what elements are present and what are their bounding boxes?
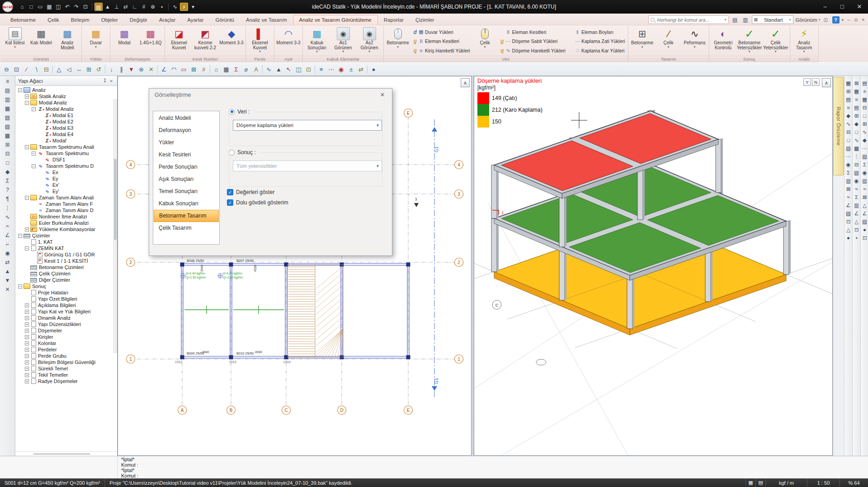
tool-icon[interactable]: ⊠ <box>844 185 852 193</box>
tool-icon[interactable]: □ <box>853 128 860 136</box>
collapse-icon[interactable]: − <box>32 107 36 111</box>
page-setup-icon[interactable]: ▤ <box>731 16 739 24</box>
ribbon-button-betonarme-yetersizlikler[interactable]: ✓Betonarme Yetersizlikler▾ <box>736 27 763 56</box>
tool-icon[interactable]: ≡ <box>2 77 13 86</box>
tool-icon[interactable]: ≡ <box>844 104 852 112</box>
sonuc-combobox[interactable]: Tüm yetersizlikler ▼ <box>233 161 382 171</box>
tool-icon[interactable]: ▨ <box>844 209 852 217</box>
tool-icon[interactable]: ⊞ <box>84 65 94 74</box>
tree-item[interactable]: +Yapı Düzensizlikleri <box>15 321 117 327</box>
qat-icon[interactable]: ⊕ <box>149 3 157 11</box>
tool-icon[interactable]: ⇄ <box>356 65 366 74</box>
tree-item[interactable]: +Dinamik Analiz <box>15 315 117 321</box>
tree-item[interactable]: +Statik Analiz <box>15 93 117 99</box>
tree-item[interactable]: +Kolonlar <box>15 340 117 346</box>
expand-icon[interactable]: + <box>25 303 29 307</box>
tool-icon[interactable]: ▦ <box>2 104 13 113</box>
tool-icon[interactable]: ⌐ <box>2 240 13 249</box>
tool-icon[interactable]: ▭ <box>179 65 189 74</box>
tree-item[interactable]: −ΣModal E3 <box>15 125 117 131</box>
tool-icon[interactable]: ◉ <box>844 161 852 169</box>
tool-icon[interactable]: ▧ <box>853 169 860 177</box>
ribbon-button--elik[interactable]: ∕Çelik▾ <box>656 27 682 56</box>
ribbon-button-kat-model[interactable]: ▦Katı Model <box>28 27 54 56</box>
collapse-icon[interactable]: − <box>25 246 29 251</box>
tool-icon[interactable]: ∠ <box>861 209 868 217</box>
close-button[interactable]: ✕ <box>851 0 868 14</box>
tool-icon[interactable]: ⊖ <box>2 65 11 74</box>
tree-item[interactable]: −ΣModal E1 <box>15 112 117 118</box>
tool-icon[interactable]: ▧ <box>2 113 13 122</box>
tool-icon[interactable]: ≡ <box>853 95 860 104</box>
tool-icon[interactable]: ∥ <box>117 65 126 74</box>
tool-icon[interactable]: ∿ <box>844 120 852 128</box>
tab--elik[interactable]: Çelik <box>42 15 65 25</box>
dialog-titlebar[interactable]: Görselleştirme ✕ <box>149 89 392 101</box>
ribbon-button--elik-yetersizlikler[interactable]: ✓Çelik Yetersizlikler▾ <box>763 27 789 56</box>
tool-icon[interactable]: ⊡ <box>853 226 860 234</box>
tool-icon[interactable]: ∿ <box>264 65 274 74</box>
view-control-button[interactable]: Y <box>803 78 811 86</box>
tab--izimler[interactable]: Çizimler <box>410 15 440 25</box>
tool-icon[interactable]: ≈ <box>853 185 860 193</box>
tool-icon[interactable]: ✕ <box>2 285 13 294</box>
tree-hscrollbar[interactable] <box>15 451 117 456</box>
ribbon-button-peformans[interactable]: ∿Peformans▾ <box>682 27 708 56</box>
tree-item[interactable]: −ΣModal Analiz <box>15 106 117 112</box>
ribbon-button-modal[interactable]: ▦Modal <box>111 27 137 56</box>
search-input[interactable] <box>656 17 723 23</box>
ribbon-small-item[interactable]: ‖Eleman Boyları <box>569 28 625 36</box>
tool-icon[interactable]: ? <box>2 186 13 194</box>
tree-item[interactable]: −ΣModal E2 <box>15 118 117 125</box>
tool-icon[interactable]: ↖ <box>284 65 293 74</box>
degerleri-goster-checkbox[interactable]: ✓ <box>227 189 233 195</box>
tool-icon[interactable]: Σ <box>853 193 860 201</box>
tool-icon[interactable]: ▪ <box>853 234 860 242</box>
close-icon[interactable]: × <box>108 78 114 84</box>
expand-icon[interactable]: + <box>25 354 29 358</box>
dialog-item-perde-sonu-lar-[interactable]: Perde Sonuçları <box>154 161 219 173</box>
qat-icon[interactable]: ⚡ <box>180 3 188 11</box>
qat-icon[interactable]: ▭ <box>36 3 44 11</box>
tab-de-i-tir[interactable]: Değiştir <box>124 15 153 25</box>
collapse-icon[interactable]: − <box>25 101 29 105</box>
tab-betonarme[interactable]: Betonarme <box>5 15 42 25</box>
tree-item[interactable]: −Euler Burkulma Analizi <box>15 220 117 226</box>
tool-icon[interactable]: ⊟ <box>2 150 13 158</box>
expand-icon[interactable]: + <box>25 360 29 364</box>
tree-item[interactable]: +Perde Grubu <box>15 353 117 359</box>
dialog-item-temel-sonu-lar-[interactable]: Temel Sonuçları <box>154 185 219 198</box>
tool-icon[interactable]: ◉ <box>336 65 346 74</box>
tree-item[interactable]: +Perdeler <box>15 346 117 353</box>
collapse-icon[interactable]: − <box>25 196 29 200</box>
dialog-item-analiz-modeli[interactable]: Analiz Modeli <box>154 112 219 124</box>
tool-icon[interactable]: ⊠ <box>853 79 860 87</box>
tool-icon[interactable]: ▦ <box>222 65 231 74</box>
tree-item[interactable]: −ZEMİN KAT <box>15 245 117 251</box>
tool-icon[interactable]: □ <box>2 159 13 167</box>
tree-item[interactable]: −∿Tasarım Spektrumu D <box>15 163 117 169</box>
tool-icon[interactable]: ▥ <box>861 177 868 185</box>
search-dropdown-icon[interactable]: ▾ <box>725 18 726 22</box>
dialog-item-kabuk-sonu-lar-[interactable]: Kabuk Sonuçları <box>154 198 219 210</box>
tool-icon[interactable]: ▩ <box>2 132 13 140</box>
tool-icon[interactable]: □ <box>844 136 852 144</box>
tool-icon[interactable]: ⊗ <box>137 65 146 74</box>
tree-item[interactable]: −Betonarme Çizimleri <box>15 264 117 270</box>
tree-item[interactable]: −Proje Hataları <box>15 289 117 296</box>
tool-icon[interactable]: ↓ <box>107 65 116 74</box>
collapse-icon[interactable]: − <box>25 145 29 149</box>
ribbon-small-item[interactable]: IIEleman Kesitleri <box>500 28 566 36</box>
tool-icon[interactable]: ⊞ <box>2 141 13 149</box>
qat-icon[interactable]: ∿ <box>171 3 179 11</box>
console-lines[interactable]: *İptal*Komut :*İptal*Komut : <box>118 456 138 478</box>
tool-icon[interactable]: Σ <box>861 161 868 169</box>
tree-item[interactable]: +Açıklama Bilgileri <box>15 302 117 308</box>
tree-item[interactable]: −Nonlineer İtme Analizi <box>15 213 117 220</box>
ribbon-button--elik[interactable]: Çelik▾ <box>472 27 498 56</box>
qat-icon[interactable]: □ <box>27 3 35 11</box>
tool-icon[interactable]: ◆ <box>2 168 13 176</box>
tool-icon[interactable]: ⊞ <box>844 87 852 95</box>
tool-icon[interactable]: ◠ <box>169 65 179 74</box>
tool-icon[interactable]: ⊟ <box>42 65 51 74</box>
